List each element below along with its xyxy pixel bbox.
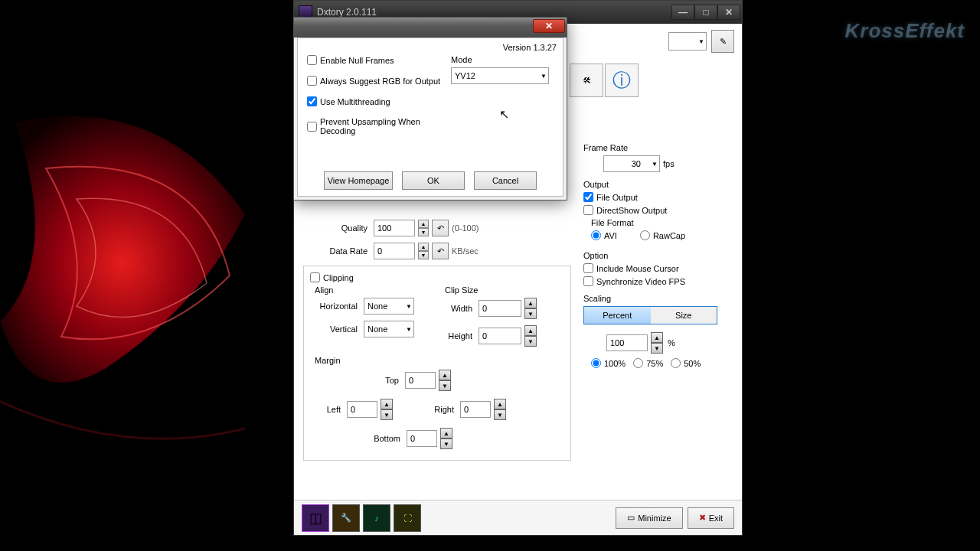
align-label: Align [315, 285, 430, 295]
datarate-input[interactable] [374, 243, 415, 259]
exit-button[interactable]: ✖Exit [688, 507, 734, 529]
avi-radio[interactable] [591, 230, 601, 240]
chevron-down-icon: ▼ [406, 303, 412, 310]
music-icon: ♪ [374, 514, 379, 523]
vertical-select[interactable]: None▼ [364, 321, 414, 337]
width-spinner[interactable]: ▲▼ [524, 298, 537, 319]
cancel-button[interactable]: Cancel [474, 171, 537, 190]
quality-label: Quality [303, 223, 371, 233]
minimize-footer-button[interactable]: ▭Minimize [616, 507, 682, 529]
datarate-spinner[interactable]: ▲▼ [418, 243, 429, 259]
always-rgb-checkbox[interactable] [307, 76, 317, 86]
scale-percent-tab[interactable]: Percent [584, 307, 651, 324]
chevron-down-icon: ▼ [406, 326, 412, 333]
height-input[interactable] [479, 328, 521, 344]
top-label: Top [379, 376, 402, 385]
quality-hint: (0-100) [452, 223, 479, 233]
output-label: Output [583, 180, 733, 189]
horizontal-select[interactable]: None▼ [364, 298, 414, 315]
multithread-checkbox[interactable] [307, 96, 317, 106]
minimize-button[interactable]: — [671, 5, 694, 20]
datarate-label: Data Rate [303, 246, 371, 256]
directshow-checkbox[interactable] [583, 205, 593, 215]
profile-dropdown[interactable]: ▼ [668, 32, 707, 51]
watermark: KrossEffekt [845, 19, 965, 43]
right-label: Right [431, 405, 457, 414]
vertical-label: Vertical [318, 324, 361, 334]
width-input[interactable] [479, 300, 521, 317]
datarate-reset[interactable]: ↶ [432, 243, 449, 259]
tab-info[interactable]: ⓘ [605, 64, 639, 97]
framerate-label: Frame Rate [583, 143, 733, 152]
quality-input[interactable] [374, 220, 415, 236]
scale-input[interactable] [606, 334, 648, 351]
margin-label: Margin [315, 356, 564, 365]
ok-button[interactable]: OK [402, 171, 465, 190]
quality-spinner[interactable]: ▲▼ [418, 220, 429, 236]
fileformat-label: File Format [591, 218, 733, 227]
pencil-icon: ✎ [720, 37, 727, 47]
top-input[interactable] [405, 372, 436, 389]
undo-icon: ↶ [437, 223, 444, 233]
top-spinner[interactable]: ▲▼ [439, 370, 451, 391]
left-spinner[interactable]: ▲▼ [381, 399, 393, 420]
height-spinner[interactable]: ▲▼ [524, 325, 537, 347]
maximize-button[interactable]: □ [694, 5, 717, 20]
dialog-close-button[interactable]: ✕ [533, 19, 565, 33]
view-homepage-button[interactable]: View Homepage [324, 171, 393, 190]
undo-icon: ↶ [437, 246, 444, 256]
x-icon: ✖ [699, 513, 706, 523]
close-button[interactable]: ✕ [717, 5, 740, 20]
crop-icon: ⛶ [403, 514, 412, 523]
syncfps-checkbox[interactable] [583, 276, 593, 286]
footer-tab-3[interactable]: ♪ [363, 504, 390, 532]
chevron-down-icon: ▼ [698, 38, 704, 45]
horizontal-label: Horizontal [318, 302, 361, 311]
percent-sign: % [668, 338, 675, 347]
footer: ◫ 🔧 ♪ ⛶ ▭Minimize ✖Exit [294, 500, 742, 535]
scale50-radio[interactable] [671, 358, 681, 368]
scale75-radio[interactable] [633, 358, 643, 368]
rawcap-radio[interactable] [640, 230, 650, 240]
scaling-label: Scaling [583, 294, 733, 303]
width-label: Width [445, 304, 475, 313]
scale-spinner[interactable]: ▲▼ [651, 332, 663, 354]
footer-tab-2[interactable]: 🔧 [332, 504, 360, 532]
clipping-label: Clipping [323, 273, 354, 282]
edit-button[interactable]: ✎ [711, 30, 734, 53]
prevent-upsample-checkbox[interactable] [307, 122, 317, 132]
desktop-wallpaper [0, 31, 299, 520]
datarate-unit: KB/sec [452, 246, 479, 256]
sliders-icon: 🛠 [583, 76, 591, 85]
left-input[interactable] [347, 401, 377, 418]
fps-label: fps [663, 159, 675, 168]
left-label: Left [324, 405, 344, 414]
info-icon: ⓘ [612, 68, 631, 93]
height-label: Height [445, 331, 475, 341]
chevron-down-icon: ▼ [541, 73, 547, 80]
chevron-down-icon: ▼ [652, 161, 658, 168]
quality-reset[interactable]: ↶ [432, 220, 449, 236]
scale-size-tab[interactable]: Size [651, 307, 717, 324]
framerate-select[interactable]: 30▼ [603, 155, 660, 172]
bottom-label: Bottom [370, 434, 403, 443]
codec-dialog: ✕ Version 1.3.27 Enable Null Frames Alwa… [293, 17, 567, 201]
file-output-checkbox[interactable] [583, 192, 593, 202]
scale100-radio[interactable] [591, 358, 601, 368]
enable-null-checkbox[interactable] [307, 55, 317, 65]
tray-icon: ▭ [627, 513, 635, 523]
right-input[interactable] [460, 401, 491, 418]
mousecursor-checkbox[interactable] [583, 263, 593, 273]
right-spinner[interactable]: ▲▼ [494, 399, 506, 420]
footer-tab-4[interactable]: ⛶ [394, 504, 421, 532]
wrench-icon: 🔧 [341, 513, 351, 523]
bottom-spinner[interactable]: ▲▼ [440, 428, 452, 449]
bottom-input[interactable] [407, 430, 437, 447]
option-label: Option [583, 251, 733, 260]
tab-tools[interactable]: 🛠 [570, 64, 603, 97]
clipping-checkbox[interactable] [310, 272, 320, 282]
dialog-titlebar[interactable]: ✕ [294, 18, 567, 37]
window-title: Dxtory 2.0.111 [317, 7, 671, 18]
mode-select[interactable]: YV12▼ [451, 67, 549, 84]
footer-tab-1[interactable]: ◫ [302, 504, 329, 532]
